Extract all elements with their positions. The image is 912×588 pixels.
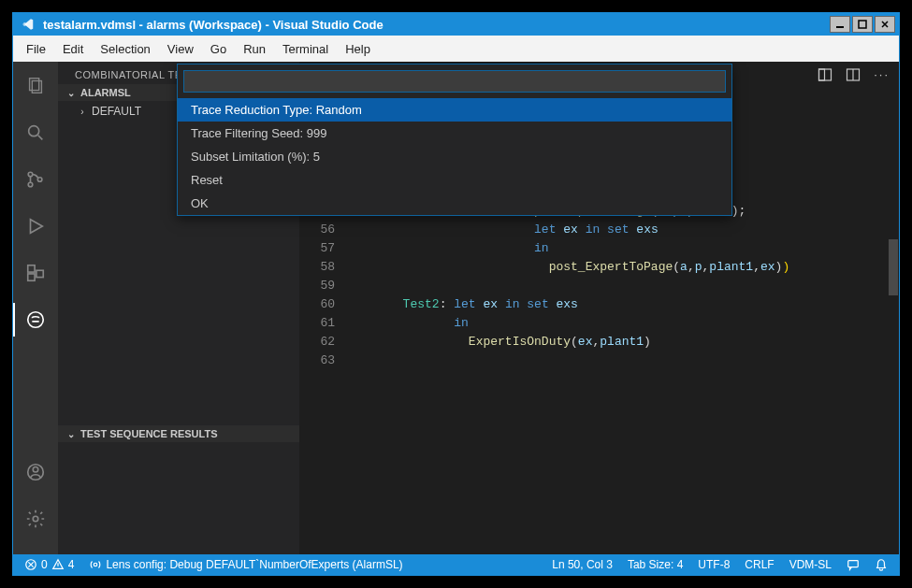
search-icon[interactable] xyxy=(13,116,58,150)
activitybar xyxy=(13,62,58,554)
status-lang[interactable]: VDM-SL xyxy=(786,558,835,571)
workbench: COMBINATORIAL TEST ⌄ ALARMSL › DEFAULT ⌄… xyxy=(13,62,899,554)
quick-input-list: Trace Reduction Type: Random Trace Filte… xyxy=(178,98,731,215)
line-number: 56 xyxy=(299,221,352,239)
settings-gear-icon[interactable] xyxy=(13,502,58,536)
line-number: 62 xyxy=(299,333,352,351)
minimize-button[interactable] xyxy=(830,16,850,33)
feedback-icon[interactable] xyxy=(843,558,863,571)
results-section[interactable]: ⌄ TEST SEQUENCE RESULTS xyxy=(58,425,299,442)
results-label: TEST SEQUENCE RESULTS xyxy=(80,428,217,439)
error-count: 0 xyxy=(41,558,48,571)
source-control-icon[interactable] xyxy=(13,163,58,196)
scrollbar[interactable] xyxy=(888,62,899,554)
tree-item-label: DEFAULT xyxy=(92,105,141,118)
chevron-down-icon: ⌄ xyxy=(65,429,77,439)
line-number: 63 xyxy=(299,351,352,370)
scroll-thumb[interactable] xyxy=(889,239,898,295)
menubar: File Edit Selection View Go Run Terminal… xyxy=(13,36,899,62)
svg-point-14 xyxy=(33,516,38,522)
status-lncol[interactable]: Ln 50, Col 3 xyxy=(548,558,616,571)
menu-run[interactable]: Run xyxy=(236,38,273,60)
menu-edit[interactable]: Edit xyxy=(55,38,91,60)
warning-count: 4 xyxy=(68,558,75,571)
vscode-icon xyxy=(21,17,36,32)
code-line: 56 let ex in set exs xyxy=(299,221,899,239)
status-eol[interactable]: CRLF xyxy=(741,558,777,571)
status-tabsize[interactable]: Tab Size: 4 xyxy=(624,558,687,571)
svg-point-19 xyxy=(94,563,98,566)
svg-point-7 xyxy=(37,178,42,182)
menu-terminal[interactable]: Terminal xyxy=(275,38,336,60)
svg-rect-8 xyxy=(28,265,35,272)
quick-input-field[interactable] xyxy=(183,70,726,93)
line-number: 58 xyxy=(299,258,352,277)
line-number: 57 xyxy=(299,239,352,258)
lens-label: Lens config: Debug DEFAULT`NumberOfExper… xyxy=(106,558,402,571)
window-controls xyxy=(830,16,895,33)
line-number: 59 xyxy=(299,277,352,295)
code-line: 57 in xyxy=(299,239,899,258)
explorer-icon[interactable] xyxy=(13,69,58,103)
window-title: testalarm.vdmsl - alarms (Workspace) - V… xyxy=(43,18,830,32)
close-button[interactable] xyxy=(875,16,895,33)
code-line: 60 Test2: let ex in set exs xyxy=(299,295,899,314)
svg-rect-20 xyxy=(848,561,859,567)
svg-rect-3 xyxy=(32,81,41,93)
accounts-icon[interactable] xyxy=(13,455,58,489)
menu-help[interactable]: Help xyxy=(338,38,378,60)
run-debug-icon[interactable] xyxy=(13,209,58,243)
titlebar: testalarm.vdmsl - alarms (Workspace) - V… xyxy=(13,13,899,36)
code-line: 63 xyxy=(299,351,899,370)
svg-rect-1 xyxy=(859,21,866,28)
menu-selection[interactable]: Selection xyxy=(93,38,157,60)
bell-icon[interactable] xyxy=(871,558,891,571)
line-number: 61 xyxy=(299,314,352,333)
quick-item[interactable]: Trace Reduction Type: Random xyxy=(178,98,731,122)
menu-go[interactable]: Go xyxy=(203,38,234,60)
chevron-down-icon: ⌄ xyxy=(65,88,77,98)
extensions-icon[interactable] xyxy=(13,256,58,290)
code-line: 59 xyxy=(299,277,899,295)
maximize-button[interactable] xyxy=(852,16,873,33)
svg-rect-9 xyxy=(28,274,35,280)
error-icon xyxy=(24,558,37,571)
svg-point-13 xyxy=(33,467,38,473)
quick-item[interactable]: Subset Limitation (%): 5 xyxy=(178,145,731,168)
quick-item[interactable]: OK xyxy=(178,192,731,215)
line-number: 60 xyxy=(299,295,352,314)
quick-item[interactable]: Trace Filtering Seed: 999 xyxy=(178,122,731,145)
svg-rect-2 xyxy=(30,79,39,91)
chevron-right-icon: › xyxy=(77,107,88,117)
status-problems[interactable]: 0 4 xyxy=(21,558,78,571)
app-window: testalarm.vdmsl - alarms (Workspace) - V… xyxy=(12,12,900,576)
svg-point-11 xyxy=(28,312,44,328)
broadcast-icon xyxy=(89,558,102,571)
quick-input: Trace Reduction Type: Random Trace Filte… xyxy=(177,64,732,216)
code-line: 58 post_ExpertToPage(a,p,plant1,ex)) xyxy=(299,258,899,277)
code-line: 62 ExpertIsOnDuty(ex,plant1) xyxy=(299,333,899,351)
menu-file[interactable]: File xyxy=(19,38,53,60)
warning-icon xyxy=(51,558,65,571)
svg-point-6 xyxy=(28,182,33,187)
section-label: ALARMSL xyxy=(80,87,131,98)
svg-point-4 xyxy=(29,126,39,136)
svg-point-5 xyxy=(28,172,33,177)
menu-view[interactable]: View xyxy=(160,38,201,60)
status-lens[interactable]: Lens config: Debug DEFAULT`NumberOfExper… xyxy=(85,558,406,571)
quick-item[interactable]: Reset xyxy=(178,168,731,192)
svg-rect-10 xyxy=(36,270,43,277)
svg-rect-0 xyxy=(836,26,844,28)
status-encoding[interactable]: UTF-8 xyxy=(694,558,733,571)
combinatorial-test-icon[interactable] xyxy=(13,303,58,337)
code-line: 61 in xyxy=(299,314,899,333)
statusbar: 0 4 Lens config: Debug DEFAULT`NumberOfE… xyxy=(13,554,899,575)
